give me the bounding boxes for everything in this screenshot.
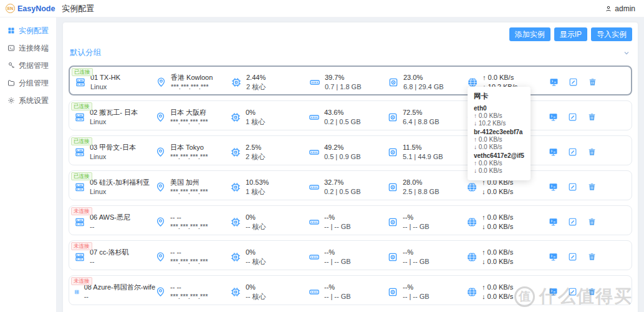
edit-icon — [568, 287, 577, 296]
network-cell[interactable]: ↑ 0.0 KB/s ↓ 0.0 KB/s — [466, 213, 540, 230]
user-menu[interactable]: admin — [605, 4, 635, 13]
disk-usage: 11.5% — [403, 144, 443, 151]
server-row[interactable]: 已连接 05 硅沃-加利福利亚 Linux 美国 加州 ***.***.***.… — [69, 170, 632, 200]
server-name: 07 cc-洛杉矶 — [90, 248, 129, 256]
add-instance-button[interactable]: 添加实例 — [509, 27, 550, 41]
server-location: 日本 Tokyo — [170, 144, 208, 151]
tooltip-title: 网卡 — [474, 92, 524, 101]
location-pin-icon — [155, 147, 166, 157]
delete-button[interactable] — [588, 77, 597, 87]
sidebar-item-groups[interactable]: 分组管理 — [7, 79, 56, 87]
terminal-button[interactable] — [549, 287, 558, 296]
ram-cell: --% -- | -- GB — [309, 213, 387, 230]
main-content: 添加实例 显示IP 导入实例 默认分组 已连接 01 TX-HK Linux — [57, 17, 644, 312]
delete-button[interactable] — [587, 112, 597, 122]
edit-button[interactable] — [568, 182, 577, 192]
ram-detail: -- | -- GB — [324, 293, 351, 300]
ram-cell: 43.6% 0.2 | 0.5 GB — [309, 109, 387, 125]
sidebar-item-instances[interactable]: 实例配置 — [7, 27, 56, 34]
edit-icon — [569, 77, 578, 87]
sidebar-item-terminal[interactable]: 连接终端 — [7, 44, 56, 52]
server-row[interactable]: 未连接 08 Azure-韩国首尔-wife -- -- -- ***.***.… — [69, 275, 632, 305]
location-pin-icon — [156, 77, 166, 87]
server-os: -- — [84, 293, 155, 300]
server-row[interactable]: 未连接 07 cc-洛杉矶 -- -- -- ***.***.***.*** — [69, 240, 632, 270]
server-icon — [74, 286, 80, 298]
server-location: -- -- — [170, 213, 208, 221]
net-download: ↓ 0.0 KB/s — [482, 258, 513, 265]
disk-detail: 2.5 | 8.8 GB — [403, 188, 440, 195]
status-badge: 已连接 — [71, 102, 92, 110]
sidebar-item-settings[interactable]: 系统设置 — [7, 97, 56, 104]
edit-button[interactable] — [568, 287, 577, 296]
row-actions — [540, 147, 627, 157]
chevron-down-icon[interactable] — [623, 49, 630, 57]
delete-button[interactable] — [587, 217, 597, 227]
row-actions — [540, 217, 627, 227]
terminal-button[interactable] — [549, 252, 558, 261]
disk-cell: 11.5% 5.1 | 44.9 GB — [387, 144, 466, 160]
server-name: 03 甲骨文-日本 — [90, 144, 136, 151]
network-cell[interactable]: ↑ 0.0 KB/s ↓ 0.0 KB/s — [466, 248, 540, 265]
network-cell[interactable]: ↑ 0.0 KB/s ↓ 0.0 KB/s — [466, 283, 540, 300]
group-header: 默认分组 — [69, 46, 632, 64]
location-pin-icon — [155, 217, 166, 227]
interface-name: vethc6417e2@if5 — [474, 152, 524, 160]
show-ip-button[interactable]: 显示IP — [554, 27, 587, 41]
delete-button[interactable] — [587, 147, 597, 157]
server-location: -- -- — [170, 283, 208, 291]
network-cell[interactable]: ↑ 0.0 KB/s ↓ 0.0 KB/s — [466, 178, 540, 195]
server-os: Linux — [90, 153, 136, 160]
globe-icon — [466, 251, 478, 263]
trash-icon — [587, 252, 597, 261]
delete-button[interactable] — [587, 182, 597, 192]
edit-button[interactable] — [568, 147, 577, 157]
import-instance-button[interactable]: 导入实例 — [591, 27, 632, 41]
server-ip: ***.***.***.*** — [171, 83, 213, 90]
group-name[interactable]: 默认分组 — [70, 47, 101, 58]
edit-button[interactable] — [568, 112, 577, 122]
terminal-button[interactable] — [549, 112, 558, 122]
disk-detail: -- | -- GB — [403, 293, 430, 300]
interface-list: eth0 ↑ 0.0 KB/s ↓ 10.2 KB/s br-412ec3eeb… — [474, 105, 524, 175]
row-actions — [541, 77, 626, 87]
ram-detail: -- | -- GB — [324, 258, 351, 265]
edit-button[interactable] — [569, 77, 578, 87]
server-row[interactable]: 已连接 03 甲骨文-日本 Linux 日本 Tokyo ***.***.***… — [69, 135, 632, 165]
server-icon — [74, 251, 85, 263]
edit-button[interactable] — [568, 217, 577, 227]
sidebar-item-credentials[interactable]: 凭据管理 — [7, 62, 56, 69]
ram-usage: --% — [324, 248, 351, 256]
server-name-cell: 06 AWS-悉尼 -- — [74, 213, 155, 230]
interface-entry: vethc6417e2@if5 ↑ 0.0 KB/s ↓ 0.0 KB/s — [474, 152, 524, 175]
disk-cell: 28.0% 2.5 | 8.8 GB — [387, 178, 466, 195]
ram-usage: 43.6% — [324, 109, 361, 116]
cpu-cores: -- 核心 — [246, 258, 266, 265]
server-list: 已连接 01 TX-HK Linux 香港 Kowloon ***.***.**… — [69, 66, 632, 305]
server-row[interactable]: 已连接 02 搬瓦工- 日本 Linux 日本 大阪府 ***.***.***.… — [69, 100, 632, 130]
ram-usage: 49.2% — [324, 144, 361, 151]
edit-icon — [568, 112, 577, 122]
terminal-button[interactable] — [549, 217, 558, 227]
delete-button[interactable] — [587, 287, 597, 296]
cpu-cores: 2 核心 — [246, 153, 265, 160]
cpu-icon — [230, 147, 241, 158]
edit-button[interactable] — [568, 252, 577, 261]
server-row[interactable]: 未连接 06 AWS-悉尼 -- -- -- ***.***.***.*** — [69, 205, 632, 235]
cpu-cores: 1 核心 — [246, 188, 269, 195]
status-badge: 未连接 — [71, 207, 92, 215]
location-cell: 香港 Kowloon ***.***.***.*** — [156, 74, 231, 90]
disk-icon — [387, 217, 398, 228]
disk-icon — [388, 77, 399, 88]
terminal-button[interactable] — [549, 77, 559, 87]
interface-download: ↓ 10.2 KB/s — [474, 120, 524, 127]
server-row[interactable]: 已连接 01 TX-HK Linux 香港 Kowloon ***.***.**… — [69, 66, 632, 95]
delete-button[interactable] — [587, 252, 597, 261]
terminal-button[interactable] — [549, 147, 558, 157]
cpu-cores: -- 核心 — [246, 293, 266, 300]
ram-detail: 0.2 | 0.5 GB — [324, 118, 361, 125]
cpu-icon — [230, 286, 241, 298]
brand-name: EasyNode — [17, 4, 55, 13]
server-name-cell: 08 Azure-韩国首尔-wife -- — [74, 283, 155, 300]
terminal-button[interactable] — [549, 182, 558, 192]
